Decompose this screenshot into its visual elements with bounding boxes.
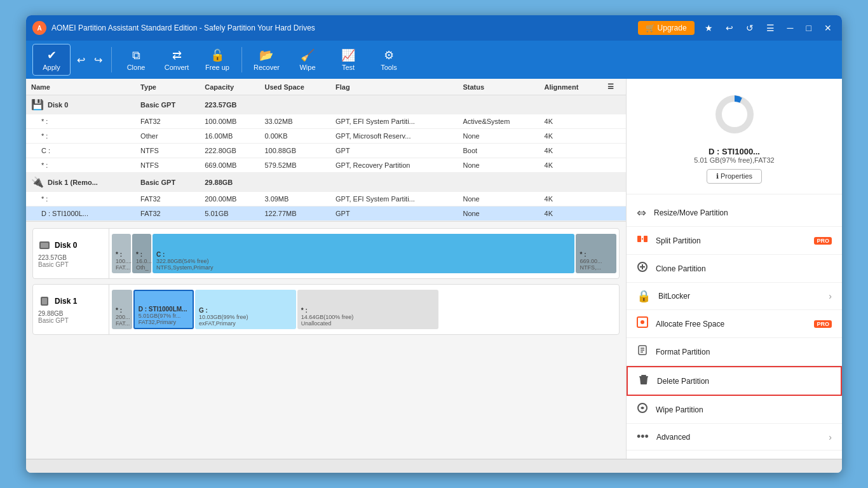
action-resize-move[interactable]: ⇔ Resize/Move Partition <box>627 200 842 227</box>
minimize-button[interactable]: ─ <box>783 22 797 34</box>
action-label-resize-move: Resize/Move Partition <box>654 208 832 217</box>
selected-partition-name: D : STI1000... <box>637 147 832 156</box>
tools-button[interactable]: ⚙ Tools <box>370 44 408 76</box>
action-split[interactable]: Split Partition PRO <box>627 227 842 255</box>
col-menu-icon[interactable]: ☰ <box>602 79 626 95</box>
pie-chart <box>709 89 760 140</box>
disk0-partition-reserved[interactable]: * : 16.0... Oth_ <box>132 234 151 273</box>
disk-map-disk1: Disk 1 29.88GB Basic GPT * : 200... FAT.… <box>32 284 620 335</box>
main-window: A AOMEI Partition Assistant Standard Edi… <box>26 15 842 473</box>
svg-point-7 <box>722 102 747 127</box>
selected-partition-size: 5.01 GB(97% free),FAT32 <box>637 156 832 164</box>
table-row[interactable]: 💾 Disk 0 Basic GPT 223.57GB <box>26 95 626 114</box>
close-button[interactable]: ✕ <box>820 22 836 34</box>
toolbar-separator-1 <box>111 47 112 72</box>
action-label-split: Split Partition <box>656 236 806 245</box>
undo-redo-group: ↩ ↪ <box>73 51 106 69</box>
disk0-partition-c[interactable]: C : 322.80GB(54% free) NTFS,System,Prima… <box>153 234 574 273</box>
disk0-type: Basic GPT <box>38 261 104 268</box>
table-row[interactable]: 🔌 Disk 1 (Remo... Basic GPT 29.88GB <box>26 173 626 192</box>
test-icon: 📈 <box>341 48 355 62</box>
disk-map-area: Disk 0 223.57GB Basic GPT * : 100.... FA… <box>26 222 626 459</box>
disk1-partition-unalloc[interactable]: * : 14.64GB(100% free) Unallocated <box>297 290 438 329</box>
allocate-icon <box>637 316 648 331</box>
table-row[interactable]: * : FAT32 200.00MB 3.09MB GPT, EFI Syste… <box>26 192 626 207</box>
table-row[interactable]: C : NTFS 222.80GB 100.88GB GPT Boot 4K <box>26 144 626 158</box>
properties-button[interactable]: ℹ Properties <box>707 169 762 184</box>
redo-button[interactable]: ↪ <box>90 51 106 69</box>
clone-label: Clone <box>127 64 146 71</box>
recover-button[interactable]: 📂 Recover <box>247 44 286 76</box>
svg-rect-5 <box>42 298 47 304</box>
action-format[interactable]: Format Partition <box>627 338 842 366</box>
freeup-label: Free up <box>205 64 229 71</box>
action-allocate[interactable]: Allocate Free Space PRO <box>627 310 842 338</box>
svg-rect-3 <box>41 243 48 248</box>
clone-button[interactable]: ⧉ Clone <box>117 44 155 76</box>
action-clone[interactable]: Clone Partition <box>627 255 842 283</box>
convert-button[interactable]: ⇄ Convert <box>158 44 196 76</box>
disk1-partition-g[interactable]: G : 10.03GB(99% free) exFAT,Primary <box>195 290 296 329</box>
col-flag: Flag <box>330 79 458 95</box>
advanced-arrow-icon: › <box>829 432 832 442</box>
delete-icon <box>638 374 649 388</box>
disk0-partition-efi[interactable]: * : 100.... FAT... <box>112 234 131 273</box>
wipe-button[interactable]: 🧹 Wipe <box>288 44 327 76</box>
action-delete[interactable]: Delete Partition <box>627 366 842 396</box>
table-row[interactable]: * : NTFS 669.00MB 579.52MB GPT, Recovery… <box>26 158 626 173</box>
recover-icon: 📂 <box>259 48 273 62</box>
action-label-advanced: Advanced <box>656 433 821 442</box>
toolbar-separator-2 <box>241 47 242 72</box>
freeup-icon: 🔓 <box>210 48 224 62</box>
left-panel: Name Type Capacity Used Space Flag Statu… <box>26 79 626 459</box>
upgrade-button[interactable]: 🛒 Upgrade <box>638 21 694 35</box>
action-list: ⇔ Resize/Move Partition Split Partition … <box>627 194 842 456</box>
col-type: Type <box>135 79 200 95</box>
svg-rect-21 <box>639 376 648 377</box>
apply-label: Apply <box>43 64 60 71</box>
resize-move-icon: ⇔ <box>637 206 646 220</box>
action-label-wipe: Wipe Partition <box>656 405 832 414</box>
wipe-icon: 🧹 <box>301 48 315 62</box>
disk0-size: 223.57GB <box>38 254 104 261</box>
svg-rect-20 <box>641 375 646 376</box>
disk1-icon <box>38 295 51 308</box>
menu-icon[interactable]: ☰ <box>763 22 778 34</box>
format-icon <box>637 344 648 359</box>
table-row[interactable]: * : Other 16.00MB 0.00KB GPT, Microsoft … <box>26 129 626 144</box>
freeup-button[interactable]: 🔓 Free up <box>198 44 236 76</box>
disk0-partitions: * : 100.... FAT... * : 16.0... Oth_ C : … <box>109 229 619 278</box>
action-label-bitlocker: BitLocker <box>658 292 821 301</box>
disk1-partition-d[interactable]: D : STI1000LM... 5.01GB(97% fr... FAT32,… <box>133 290 194 329</box>
table-row[interactable]: D : STI1000L... FAT32 5.01GB 122.77MB GP… <box>26 207 626 221</box>
star-icon[interactable]: ★ <box>701 22 717 34</box>
action-label-clone: Clone Partition <box>656 264 832 273</box>
apply-button[interactable]: ✔ Apply <box>32 44 71 76</box>
redo-icon[interactable]: ↺ <box>742 22 757 34</box>
clone-icon: ⧉ <box>132 49 140 62</box>
disk0-partition-recovery[interactable]: * : 669.00... NTFS,... <box>576 234 616 273</box>
test-button[interactable]: 📈 Test <box>329 44 367 76</box>
pro-badge-split: PRO <box>814 237 832 245</box>
action-label-allocate: Allocate Free Space <box>656 320 806 329</box>
advanced-icon: ••• <box>637 430 649 444</box>
action-bitlocker[interactable]: 🔒 BitLocker › <box>627 283 842 310</box>
disk0-icon <box>38 239 51 252</box>
delete-partition-wrapper: Delete Partition <box>627 366 842 396</box>
app-logo: A <box>32 21 46 35</box>
disk0-name: Disk 0 <box>55 241 77 250</box>
recover-label: Recover <box>254 64 280 71</box>
col-alignment: Alignment <box>539 79 602 95</box>
hdd-icon: 💾 <box>31 98 44 111</box>
pro-badge-allocate: PRO <box>814 320 832 328</box>
undo-button[interactable]: ↩ <box>73 51 89 69</box>
undo-icon[interactable]: ↩ <box>722 22 737 34</box>
disk1-partition-efi[interactable]: * : 200... FAT... <box>112 290 132 329</box>
disk1-size: 29.88GB <box>38 310 104 317</box>
svg-point-13 <box>641 320 644 324</box>
action-advanced[interactable]: ••• Advanced › <box>627 424 842 451</box>
action-wipe[interactable]: Wipe Partition <box>627 396 842 424</box>
maximize-button[interactable]: □ <box>803 22 815 34</box>
tools-label: Tools <box>381 64 397 71</box>
table-row[interactable]: * : FAT32 100.00MB 33.02MB GPT, EFI Syst… <box>26 114 626 129</box>
